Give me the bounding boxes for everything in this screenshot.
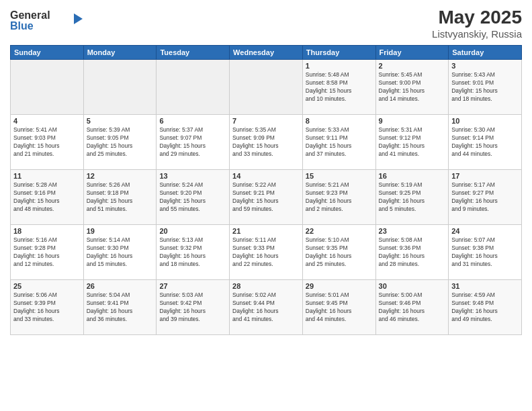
logo: General Blue — [10, 7, 84, 36]
day-number: 19 — [87, 227, 154, 235]
day-info: Sunrise: 5:03 AM Sunset: 9:42 PM Dayligh… — [159, 291, 226, 324]
calendar-cell-3-0: 18Sunrise: 5:16 AM Sunset: 9:28 PM Dayli… — [11, 225, 84, 280]
calendar-cell-2-0: 11Sunrise: 5:28 AM Sunset: 9:16 PM Dayli… — [11, 170, 84, 225]
day-number: 27 — [159, 282, 226, 290]
calendar-cell-4-1: 26Sunrise: 5:04 AM Sunset: 9:41 PM Dayli… — [83, 280, 157, 335]
day-number: 3 — [451, 62, 519, 70]
month-year: May 2025 — [432, 7, 522, 28]
calendar-cell-0-1 — [83, 60, 157, 115]
calendar-cell-0-6: 3Sunrise: 5:43 AM Sunset: 9:01 PM Daylig… — [449, 60, 522, 115]
col-sunday: Sunday — [11, 46, 84, 60]
day-number: 12 — [87, 172, 154, 180]
day-info: Sunrise: 5:04 AM Sunset: 9:41 PM Dayligh… — [87, 291, 154, 324]
calendar-cell-0-2 — [157, 60, 230, 115]
calendar-cell-4-0: 25Sunrise: 5:06 AM Sunset: 9:39 PM Dayli… — [11, 280, 84, 335]
calendar-cell-2-6: 17Sunrise: 5:17 AM Sunset: 9:27 PM Dayli… — [449, 170, 522, 225]
logo-svg: General Blue — [10, 7, 84, 34]
svg-text:General: General — [10, 9, 50, 21]
calendar-header-row: Sunday Monday Tuesday Wednesday Thursday… — [11, 46, 522, 60]
calendar-cell-2-4: 15Sunrise: 5:21 AM Sunset: 9:23 PM Dayli… — [302, 170, 375, 225]
calendar-cell-4-4: 29Sunrise: 5:01 AM Sunset: 9:45 PM Dayli… — [302, 280, 375, 335]
calendar-cell-0-5: 2Sunrise: 5:45 AM Sunset: 9:00 PM Daylig… — [375, 60, 449, 115]
col-saturday: Saturday — [449, 46, 522, 60]
day-number: 17 — [451, 172, 519, 180]
day-number: 21 — [232, 227, 300, 235]
day-number: 31 — [451, 282, 519, 290]
calendar-cell-2-3: 14Sunrise: 5:22 AM Sunset: 9:21 PM Dayli… — [230, 170, 303, 225]
day-number: 20 — [159, 227, 226, 235]
day-info: Sunrise: 5:08 AM Sunset: 9:36 PM Dayligh… — [379, 236, 446, 269]
calendar-cell-0-3 — [230, 60, 303, 115]
col-wednesday: Wednesday — [230, 46, 303, 60]
day-info: Sunrise: 5:48 AM Sunset: 8:58 PM Dayligh… — [306, 71, 373, 103]
day-info: Sunrise: 5:39 AM Sunset: 9:05 PM Dayligh… — [87, 126, 154, 158]
page: General Blue May 2025 Listvyanskiy, Russ… — [0, 0, 532, 411]
day-info: Sunrise: 5:19 AM Sunset: 9:25 PM Dayligh… — [379, 181, 446, 214]
calendar-cell-1-2: 6Sunrise: 5:37 AM Sunset: 9:07 PM Daylig… — [157, 115, 230, 170]
day-info: Sunrise: 5:13 AM Sunset: 9:32 PM Dayligh… — [159, 236, 226, 269]
calendar-cell-3-5: 23Sunrise: 5:08 AM Sunset: 9:36 PM Dayli… — [375, 225, 449, 280]
day-info: Sunrise: 5:28 AM Sunset: 9:16 PM Dayligh… — [13, 181, 81, 214]
day-number: 22 — [306, 227, 373, 235]
day-info: Sunrise: 5:24 AM Sunset: 9:20 PM Dayligh… — [159, 181, 226, 214]
calendar-cell-1-4: 8Sunrise: 5:33 AM Sunset: 9:11 PM Daylig… — [302, 115, 375, 170]
day-number: 16 — [379, 172, 446, 180]
calendar-cell-1-3: 7Sunrise: 5:35 AM Sunset: 9:09 PM Daylig… — [230, 115, 303, 170]
day-number: 7 — [232, 117, 300, 125]
calendar-cell-1-5: 9Sunrise: 5:31 AM Sunset: 9:12 PM Daylig… — [375, 115, 449, 170]
header: General Blue May 2025 Listvyanskiy, Russ… — [10, 7, 522, 40]
day-info: Sunrise: 5:45 AM Sunset: 9:00 PM Dayligh… — [379, 71, 446, 103]
calendar-cell-0-0 — [11, 60, 84, 115]
week-row-3: 18Sunrise: 5:16 AM Sunset: 9:28 PM Dayli… — [11, 225, 522, 280]
day-info: Sunrise: 5:21 AM Sunset: 9:23 PM Dayligh… — [306, 181, 373, 214]
day-number: 9 — [379, 117, 446, 125]
calendar-cell-1-0: 4Sunrise: 5:41 AM Sunset: 9:03 PM Daylig… — [11, 115, 84, 170]
day-info: Sunrise: 5:16 AM Sunset: 9:28 PM Dayligh… — [13, 236, 81, 269]
day-number: 6 — [159, 117, 226, 125]
calendar-cell-2-1: 12Sunrise: 5:26 AM Sunset: 9:18 PM Dayli… — [83, 170, 157, 225]
day-info: Sunrise: 5:33 AM Sunset: 9:11 PM Dayligh… — [306, 126, 373, 158]
calendar-cell-3-3: 21Sunrise: 5:11 AM Sunset: 9:33 PM Dayli… — [230, 225, 303, 280]
day-info: Sunrise: 5:06 AM Sunset: 9:39 PM Dayligh… — [13, 291, 81, 324]
calendar-cell-4-6: 31Sunrise: 4:59 AM Sunset: 9:48 PM Dayli… — [449, 280, 522, 335]
day-number: 4 — [13, 117, 81, 125]
day-info: Sunrise: 5:10 AM Sunset: 9:35 PM Dayligh… — [306, 236, 373, 269]
day-number: 1 — [306, 62, 373, 70]
day-info: Sunrise: 5:02 AM Sunset: 9:44 PM Dayligh… — [232, 291, 300, 324]
title-block: May 2025 Listvyanskiy, Russia — [432, 7, 522, 40]
calendar-cell-1-6: 10Sunrise: 5:30 AM Sunset: 9:14 PM Dayli… — [449, 115, 522, 170]
calendar-cell-4-3: 28Sunrise: 5:02 AM Sunset: 9:44 PM Dayli… — [230, 280, 303, 335]
svg-text:Blue: Blue — [10, 20, 34, 32]
day-info: Sunrise: 5:00 AM Sunset: 9:46 PM Dayligh… — [379, 291, 446, 324]
calendar-cell-2-2: 13Sunrise: 5:24 AM Sunset: 9:20 PM Dayli… — [157, 170, 230, 225]
day-number: 26 — [87, 282, 154, 290]
calendar-cell-4-2: 27Sunrise: 5:03 AM Sunset: 9:42 PM Dayli… — [157, 280, 230, 335]
day-info: Sunrise: 5:41 AM Sunset: 9:03 PM Dayligh… — [13, 126, 81, 158]
day-info: Sunrise: 5:22 AM Sunset: 9:21 PM Dayligh… — [232, 181, 300, 214]
day-info: Sunrise: 5:31 AM Sunset: 9:12 PM Dayligh… — [379, 126, 446, 158]
day-info: Sunrise: 5:43 AM Sunset: 9:01 PM Dayligh… — [451, 71, 519, 103]
logo-text: General Blue — [10, 7, 84, 36]
day-number: 23 — [379, 227, 446, 235]
day-info: Sunrise: 4:59 AM Sunset: 9:48 PM Dayligh… — [451, 291, 519, 324]
day-info: Sunrise: 5:11 AM Sunset: 9:33 PM Dayligh… — [232, 236, 300, 269]
calendar-cell-3-2: 20Sunrise: 5:13 AM Sunset: 9:32 PM Dayli… — [157, 225, 230, 280]
day-number: 24 — [451, 227, 519, 235]
calendar-cell-2-5: 16Sunrise: 5:19 AM Sunset: 9:25 PM Dayli… — [375, 170, 449, 225]
week-row-4: 25Sunrise: 5:06 AM Sunset: 9:39 PM Dayli… — [11, 280, 522, 335]
day-info: Sunrise: 5:26 AM Sunset: 9:18 PM Dayligh… — [87, 181, 154, 214]
day-info: Sunrise: 5:14 AM Sunset: 9:30 PM Dayligh… — [87, 236, 154, 269]
day-number: 10 — [451, 117, 519, 125]
calendar-cell-3-6: 24Sunrise: 5:07 AM Sunset: 9:38 PM Dayli… — [449, 225, 522, 280]
day-number: 28 — [232, 282, 300, 290]
day-number: 18 — [13, 227, 81, 235]
day-info: Sunrise: 5:17 AM Sunset: 9:27 PM Dayligh… — [451, 181, 519, 214]
svg-marker-1 — [74, 13, 83, 24]
day-number: 15 — [306, 172, 373, 180]
col-monday: Monday — [83, 46, 157, 60]
day-info: Sunrise: 5:07 AM Sunset: 9:38 PM Dayligh… — [451, 236, 519, 269]
calendar-cell-3-1: 19Sunrise: 5:14 AM Sunset: 9:30 PM Dayli… — [83, 225, 157, 280]
day-info: Sunrise: 5:37 AM Sunset: 9:07 PM Dayligh… — [159, 126, 226, 158]
day-number: 2 — [379, 62, 446, 70]
day-number: 14 — [232, 172, 300, 180]
